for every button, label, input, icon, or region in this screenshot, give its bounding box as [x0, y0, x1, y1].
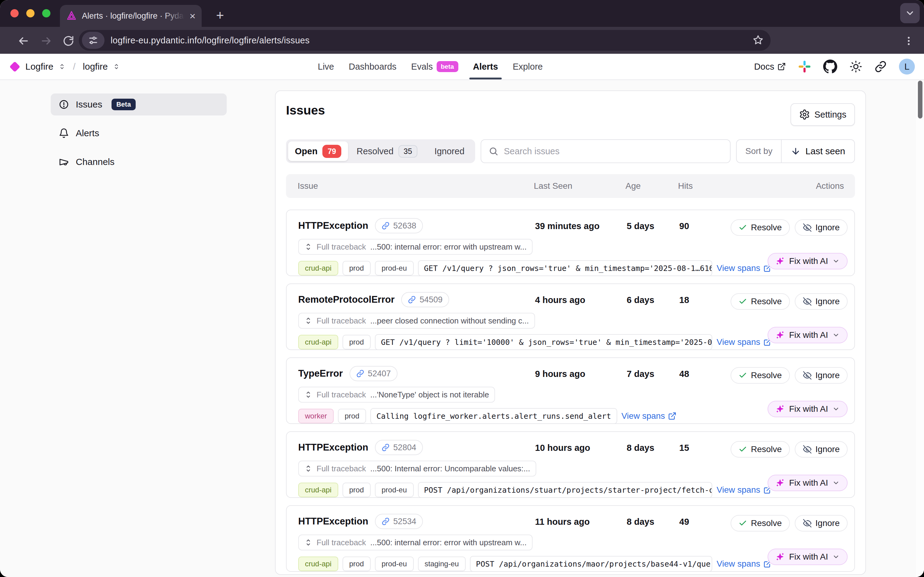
minimize-window-button[interactable]: [26, 9, 34, 18]
fix-with-ai-button[interactable]: Fix with AI: [768, 327, 848, 343]
resolve-button[interactable]: Resolve: [730, 515, 790, 532]
traceback-pill[interactable]: Full traceback ...500: internal error: e…: [298, 239, 532, 255]
fix-with-ai-button[interactable]: Fix with AI: [768, 253, 848, 269]
env-tag[interactable]: prod: [342, 483, 371, 497]
docs-link[interactable]: Docs: [754, 62, 786, 72]
fix-with-ai-button[interactable]: Fix with AI: [768, 475, 848, 491]
tab-alerts[interactable]: Alerts: [473, 54, 498, 79]
resolve-button[interactable]: Resolve: [730, 293, 790, 310]
issue-id-link[interactable]: 52534: [375, 514, 423, 529]
scrollbar-thumb[interactable]: [918, 81, 922, 119]
tab-title: Alerts · logfire/logfire · Pydant: [82, 11, 185, 21]
tab-favicon-icon: [66, 10, 77, 21]
eye-off-icon: [803, 519, 812, 528]
tab-evals[interactable]: Evalsbeta: [411, 54, 458, 79]
close-window-button[interactable]: [10, 9, 19, 18]
hits-value: 48: [679, 369, 689, 379]
ignore-button[interactable]: Ignore: [795, 367, 848, 384]
browser-toolbar: logfire-eu.pydantic.info/logfire/logfire…: [0, 27, 924, 54]
ignore-button[interactable]: Ignore: [795, 293, 848, 310]
browser-menu-icon[interactable]: [902, 34, 916, 48]
env-tag[interactable]: prod: [342, 335, 371, 350]
env-tag[interactable]: crud-api: [298, 483, 338, 497]
env-tag[interactable]: prod: [342, 556, 371, 571]
filter-open[interactable]: Open 79: [288, 142, 348, 161]
traceback-pill[interactable]: Full traceback ...500: internal error: e…: [298, 535, 532, 550]
traceback-pill[interactable]: Full traceback ...'NoneType' object is n…: [298, 387, 495, 403]
tab-overview-button[interactable]: [900, 3, 920, 23]
issue-id-link[interactable]: 54509: [401, 292, 449, 307]
traceback-text: ...500: Internal error: Uncomparable val…: [370, 464, 530, 474]
chevron-down-icon: [832, 405, 840, 413]
issue-id-link[interactable]: 52407: [350, 366, 398, 381]
sidebar-item-channels[interactable]: Channels: [51, 151, 227, 173]
avatar[interactable]: L: [899, 59, 915, 74]
env-tag[interactable]: crud-api: [298, 556, 338, 571]
env-tag[interactable]: prod-eu: [375, 556, 414, 571]
hits-value: 18: [679, 295, 689, 305]
forward-button[interactable]: [39, 34, 54, 48]
filter-ignored[interactable]: Ignored: [426, 142, 473, 161]
bookmark-star-icon[interactable]: [752, 34, 764, 46]
resolve-button[interactable]: Resolve: [730, 219, 790, 236]
issue-id-link[interactable]: 52804: [375, 440, 423, 455]
traceback-pill[interactable]: Full traceback ...500: Internal error: U…: [298, 461, 536, 477]
ignore-button[interactable]: Ignore: [795, 219, 848, 236]
filter-resolved[interactable]: Resolved 35: [348, 142, 426, 161]
tab-close-icon[interactable]: ×: [189, 11, 195, 21]
tab-dashboards[interactable]: Dashboards: [348, 54, 396, 79]
hits-value: 15: [679, 443, 689, 453]
browser-tab[interactable]: Alerts · logfire/logfire · Pydant ×: [60, 5, 202, 27]
view-spans-link[interactable]: View spans: [716, 485, 772, 495]
env-tag[interactable]: worker: [298, 409, 334, 423]
tab-explore[interactable]: Explore: [513, 54, 543, 79]
sort-value[interactable]: Last seen: [782, 146, 854, 156]
site-settings-icon[interactable]: [82, 32, 105, 49]
env-tag[interactable]: prod-eu: [375, 483, 414, 497]
env-tag[interactable]: prod: [338, 409, 366, 423]
github-icon[interactable]: [823, 60, 837, 74]
settings-button[interactable]: Settings: [790, 103, 855, 126]
view-spans-link[interactable]: View spans: [621, 411, 677, 421]
env-tag[interactable]: crud-api: [298, 261, 338, 276]
fix-with-ai-button[interactable]: Fix with AI: [768, 549, 848, 565]
view-spans-link[interactable]: View spans: [716, 337, 772, 347]
ignore-button[interactable]: Ignore: [795, 441, 848, 458]
slack-icon[interactable]: [798, 60, 811, 73]
address-bar[interactable]: logfire-eu.pydantic.info/logfire/logfire…: [79, 30, 771, 51]
view-spans-link[interactable]: View spans: [716, 559, 772, 569]
env-tag[interactable]: crud-api: [298, 335, 338, 350]
traceback-pill[interactable]: Full traceback ...peer closed connection…: [298, 313, 535, 329]
env-tag[interactable]: prod: [342, 261, 371, 276]
scrollbar-track[interactable]: [916, 81, 924, 577]
zoom-window-button[interactable]: [42, 9, 50, 18]
search-input[interactable]: [504, 146, 722, 156]
share-link-icon[interactable]: [874, 60, 887, 73]
eye-off-icon: [803, 371, 812, 380]
view-spans-link[interactable]: View spans: [716, 263, 772, 273]
reload-button[interactable]: [61, 34, 76, 48]
theme-toggle-sun-icon[interactable]: [850, 60, 862, 73]
org-selector[interactable]: Logfire: [25, 61, 53, 72]
sidebar-item-issues[interactable]: Issues Beta: [51, 93, 227, 116]
check-icon: [739, 519, 747, 527]
sidebar-item-alerts[interactable]: Alerts: [51, 122, 227, 144]
new-tab-button[interactable]: +: [210, 5, 230, 25]
column-actions: Actions: [816, 181, 844, 191]
org-selector-chevrons-icon[interactable]: [58, 63, 66, 70]
env-tag[interactable]: prod-eu: [375, 261, 414, 276]
project-selector-chevrons-icon[interactable]: [113, 63, 120, 70]
ignore-button[interactable]: Ignore: [795, 515, 848, 532]
project-selector[interactable]: logfire: [83, 61, 108, 72]
fix-with-ai-button[interactable]: Fix with AI: [768, 401, 848, 417]
last-seen-value: 9 hours ago: [535, 369, 585, 379]
search-box[interactable]: [481, 139, 730, 163]
resolve-button[interactable]: Resolve: [730, 441, 790, 458]
tab-live[interactable]: Live: [318, 54, 334, 79]
issue-id-link[interactable]: 52638: [375, 218, 423, 234]
resolve-button[interactable]: Resolve: [730, 367, 790, 384]
sidebar-item-label: Alerts: [76, 128, 99, 139]
back-button[interactable]: [16, 34, 31, 48]
sort-control[interactable]: Sort by Last seen: [736, 139, 855, 163]
env-tag[interactable]: staging-eu: [418, 556, 466, 571]
